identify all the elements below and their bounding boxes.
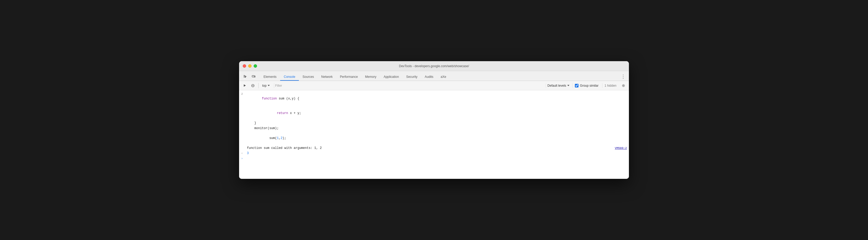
- group-similar-checkbox[interactable]: [575, 84, 579, 87]
- default-levels-selector[interactable]: Default levels: [546, 83, 571, 88]
- window-title: DevTools - developers.google.com/web/sho…: [399, 64, 469, 68]
- inspect-element-button[interactable]: [242, 73, 249, 80]
- line-content-1: function sum (x,y) {: [247, 91, 627, 106]
- code-comma: ,: [279, 136, 280, 140]
- line-content-4: monitor(sum);: [247, 126, 627, 131]
- code-sum: sum(: [262, 136, 277, 140]
- execute-button[interactable]: [241, 82, 248, 89]
- clear-console-button[interactable]: [249, 82, 256, 89]
- console-toolbar: top Default levels Group similar 1 hidde…: [239, 81, 629, 90]
- tab-application[interactable]: Application: [380, 73, 403, 81]
- tab-elements[interactable]: Elements: [260, 73, 280, 81]
- context-label: top: [262, 84, 267, 87]
- svg-marker-6: [567, 85, 569, 86]
- tab-console[interactable]: Console: [280, 73, 299, 81]
- keyword-function: function: [262, 97, 277, 101]
- tabs: Elements Console Sources Network Perform…: [260, 73, 450, 81]
- traffic-lights: [243, 64, 257, 68]
- tab-axe[interactable]: aXe: [437, 73, 450, 81]
- tab-bar-right: ⋮: [620, 73, 626, 81]
- console-line-1: 2 function sum (x,y) {: [239, 91, 629, 106]
- line-content-5: sum(1,2);: [247, 131, 627, 145]
- group-similar-label[interactable]: Group similar: [580, 84, 598, 87]
- svg-marker-2: [244, 84, 246, 87]
- tab-network[interactable]: Network: [317, 73, 336, 81]
- close-button[interactable]: [243, 64, 246, 68]
- more-tabs-button[interactable]: ⋮: [620, 73, 626, 80]
- svg-marker-5: [268, 85, 270, 86]
- line-content-2: return x + y;: [247, 106, 627, 120]
- tab-audits[interactable]: Audits: [421, 73, 437, 81]
- line-content-7: 3: [247, 151, 627, 156]
- line-content-3: }: [247, 121, 627, 126]
- svg-point-7: [623, 85, 624, 86]
- console-line-3: }: [239, 121, 629, 126]
- toolbar-actions: [242, 73, 257, 81]
- console-line-2: return x + y;: [239, 106, 629, 121]
- tab-security[interactable]: Security: [403, 73, 421, 81]
- line-indicator-7: ‹: [241, 151, 247, 156]
- line-content-6: function sum called with arguments: 1, 2: [247, 146, 615, 151]
- filter-input[interactable]: [274, 83, 543, 88]
- device-toggle-button[interactable]: [250, 73, 257, 80]
- tab-performance[interactable]: Performance: [336, 73, 362, 81]
- code-close: );: [282, 136, 286, 140]
- console-line-4: monitor(sum);: [239, 126, 629, 131]
- devtools-window: DevTools - developers.google.com/web/sho…: [239, 61, 629, 179]
- group-similar-container: Group similar: [572, 83, 600, 88]
- console-content: 2 function sum (x,y) { return x + y; } m…: [239, 90, 629, 179]
- context-selector[interactable]: top: [261, 83, 271, 88]
- tab-bar: Elements Console Sources Network Perform…: [239, 71, 629, 81]
- default-levels-label: Default levels: [548, 84, 566, 87]
- svg-rect-0: [252, 76, 254, 77]
- tab-memory[interactable]: Memory: [362, 73, 380, 81]
- num-2: 2: [281, 136, 282, 140]
- svg-rect-1: [254, 76, 255, 77]
- title-bar: DevTools - developers.google.com/web/sho…: [239, 61, 629, 71]
- code-text-1: sum (x,y) {: [277, 97, 299, 101]
- console-line-5: sum(1,2);: [239, 131, 629, 145]
- code-indent-2: [262, 111, 277, 115]
- console-settings-button[interactable]: [620, 82, 627, 89]
- maximize-button[interactable]: [254, 64, 257, 68]
- line-source-6[interactable]: VM580:2: [615, 146, 627, 151]
- console-line-6: function sum called with arguments: 1, 2…: [239, 145, 629, 151]
- tab-sources[interactable]: Sources: [299, 73, 317, 81]
- hidden-count: 1 hidden: [602, 83, 619, 88]
- minimize-button[interactable]: [248, 64, 252, 68]
- console-line-7: ‹ 3: [239, 151, 629, 156]
- console-line-8: ›: [239, 156, 629, 161]
- code-text-2: x + y;: [288, 111, 301, 115]
- line-indicator-1: 2: [241, 91, 247, 96]
- console-prompt: ›: [241, 156, 247, 161]
- keyword-return: return: [277, 111, 288, 115]
